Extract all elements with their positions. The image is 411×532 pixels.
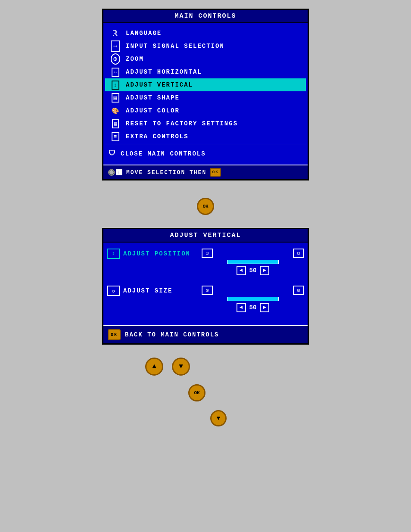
adjust-vertical-panel: ADJUST VERTICAL ↕ ADJUST POSITION ⊡ ⊟ ◄ …	[102, 228, 309, 345]
adjust-vertical-content: ↕ ADJUST POSITION ⊡ ⊟ ◄ 50 ► ↺	[103, 243, 308, 325]
position-increase-button[interactable]: ►	[260, 266, 269, 275]
close-main-controls-button[interactable]: 🛡 CLOSE MAIN CONTROLS	[105, 146, 306, 161]
adjust-vertical-icon: ↕	[109, 80, 122, 90]
down-btn-area: ▼	[102, 410, 309, 426]
back-to-main-bar: OK BACK TO MAIN CONTROLS	[103, 325, 308, 343]
close-icon: 🛡	[109, 149, 116, 158]
adjust-position-left: ↕ ADJUST POSITION	[107, 249, 202, 259]
ok-button-2[interactable]: OK	[188, 384, 206, 401]
back-ok-button[interactable]: OK	[108, 329, 121, 340]
ok-inline-icon: OK	[210, 168, 221, 177]
size-value: 50	[249, 304, 257, 311]
zoom-icon: ⊕	[109, 54, 122, 64]
menu-items-list: ℝ LANGUAGE ⇒ INPUT SIGNAL SELECTION ⊕ ZO…	[103, 23, 308, 165]
position-decrease-button[interactable]: ◄	[237, 266, 246, 275]
main-controls-bottom-bar: 🔘🅰 MOVE SELECTION THEN OK	[103, 165, 308, 179]
language-icon: ℝ	[109, 28, 122, 38]
nav-icons: 🔘🅰	[108, 169, 123, 176]
size-value-row: ◄ 50 ►	[237, 303, 270, 312]
divider	[105, 144, 306, 144]
position-value: 50	[249, 267, 257, 274]
adjust-size-row: ↺ ADJUST SIZE ⊠ ⊡ ◄ 50 ►	[107, 284, 304, 314]
adjust-size-left: ↺ ADJUST SIZE	[107, 286, 202, 296]
main-controls-title: MAIN CONTROLS	[103, 10, 308, 23]
ok-button-1[interactable]: OK	[197, 198, 214, 215]
down-nav-button-2[interactable]: ▼	[210, 410, 227, 426]
position-top-icons: ⊡ ⊟	[202, 249, 304, 258]
adjust-size-icon: ↺	[107, 286, 120, 296]
size-shrink-icon[interactable]: ⊠	[202, 286, 213, 295]
position-value-row: ◄ 50 ►	[237, 266, 270, 275]
menu-item-adjust-horizontal[interactable]: ↔ ADJUST HORIZONTAL	[105, 65, 306, 78]
position-slider[interactable]	[227, 260, 279, 264]
size-decrease-button[interactable]: ◄	[237, 303, 246, 312]
ok-button-area-1: OK	[102, 193, 309, 219]
menu-item-adjust-shape[interactable]: ▤ ADJUST SHAPE	[105, 91, 306, 104]
menu-item-adjust-vertical[interactable]: ↕ ADJUST VERTICAL	[105, 78, 306, 91]
adjust-horizontal-icon: ↔	[109, 67, 122, 77]
adjust-position-icon: ↕	[107, 249, 120, 259]
menu-item-extra-controls[interactable]: ≡ EXTRA CONTROLS	[105, 130, 306, 143]
adjust-size-controls: ⊠ ⊡ ◄ 50 ►	[202, 286, 304, 312]
menu-item-adjust-color[interactable]: 🎨 ADJUST COLOR	[105, 104, 306, 117]
size-grow-icon[interactable]: ⊡	[293, 286, 304, 295]
position-right-icon[interactable]: ⊟	[293, 249, 304, 258]
menu-item-zoom[interactable]: ⊕ ZOOM	[105, 53, 306, 65]
nav-buttons-row: ▲ ▼	[102, 358, 309, 376]
adjust-position-row: ↕ ADJUST POSITION ⊡ ⊟ ◄ 50 ►	[107, 247, 304, 277]
down-nav-button[interactable]: ▼	[172, 358, 190, 376]
adjust-color-icon: 🎨	[109, 106, 122, 115]
ok-button-area-2: OK	[102, 380, 309, 406]
position-left-icon[interactable]: ⊡	[202, 249, 213, 258]
adjust-vertical-title: ADJUST VERTICAL	[103, 229, 308, 243]
extra-controls-icon: ≡	[109, 132, 122, 141]
adjust-position-controls: ⊡ ⊟ ◄ 50 ►	[202, 249, 304, 275]
menu-item-language[interactable]: ℝ LANGUAGE	[105, 27, 306, 40]
reset-icon: ▦	[109, 119, 122, 128]
up-nav-button[interactable]: ▲	[145, 358, 163, 376]
adjust-shape-icon: ▤	[109, 93, 122, 103]
size-top-icons: ⊠ ⊡	[202, 286, 304, 295]
input-signal-icon: ⇒	[109, 41, 122, 51]
size-increase-button[interactable]: ►	[260, 303, 269, 312]
menu-item-reset[interactable]: ▦ RESET TO FACTORY SETTINGS	[105, 117, 306, 130]
size-slider[interactable]	[227, 297, 279, 301]
main-controls-panel: MAIN CONTROLS ℝ LANGUAGE ⇒ INPUT SIGNAL …	[102, 9, 309, 180]
menu-item-input-signal[interactable]: ⇒ INPUT SIGNAL SELECTION	[105, 40, 306, 53]
